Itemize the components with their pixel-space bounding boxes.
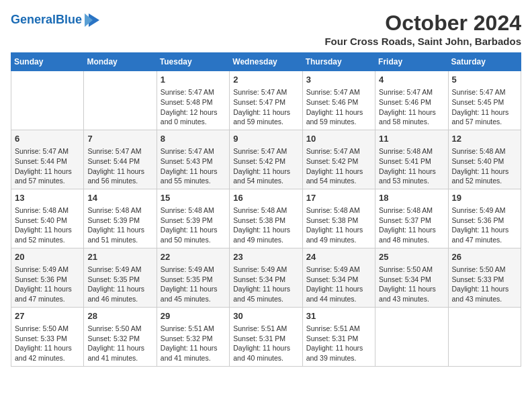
calendar-cell: 17Sunrise: 5:48 AMSunset: 5:38 PMDayligh… [302, 189, 375, 248]
calendar-cell: 9Sunrise: 5:47 AMSunset: 5:42 PMDaylight… [230, 130, 302, 189]
day-number: 6 [15, 133, 80, 145]
day-number: 1 [161, 74, 226, 86]
cell-content: Sunrise: 5:51 AMSunset: 5:31 PMDaylight:… [233, 324, 298, 363]
day-header-sunday: Sunday [11, 53, 84, 71]
day-number: 30 [233, 310, 298, 322]
cell-content: Sunrise: 5:48 AMSunset: 5:38 PMDaylight:… [306, 205, 371, 245]
cell-content: Sunrise: 5:51 AMSunset: 5:32 PMDaylight:… [161, 324, 226, 363]
calendar-week-row: 1Sunrise: 5:47 AMSunset: 5:48 PMDaylight… [11, 71, 521, 130]
calendar-cell: 26Sunrise: 5:50 AMSunset: 5:33 PMDayligh… [448, 248, 521, 307]
day-header-tuesday: Tuesday [157, 53, 229, 71]
cell-content: Sunrise: 5:48 AMSunset: 5:41 PMDaylight:… [379, 146, 444, 186]
logo: GeneralBlue [11, 11, 102, 30]
day-number: 28 [87, 310, 152, 322]
day-number: 3 [306, 74, 371, 86]
cell-content: Sunrise: 5:48 AMSunset: 5:39 PMDaylight:… [161, 205, 226, 245]
calendar-cell: 14Sunrise: 5:48 AMSunset: 5:39 PMDayligh… [84, 189, 157, 248]
logo-text: GeneralBlue [11, 13, 82, 27]
calendar-week-row: 13Sunrise: 5:48 AMSunset: 5:40 PMDayligh… [11, 189, 521, 248]
calendar-cell: 15Sunrise: 5:48 AMSunset: 5:39 PMDayligh… [157, 189, 229, 248]
calendar-table: SundayMondayTuesdayWednesdayThursdayFrid… [11, 52, 521, 367]
calendar-cell: 5Sunrise: 5:47 AMSunset: 5:45 PMDaylight… [448, 71, 521, 130]
calendar-week-row: 27Sunrise: 5:50 AMSunset: 5:33 PMDayligh… [11, 307, 521, 366]
calendar-cell: 3Sunrise: 5:47 AMSunset: 5:46 PMDaylight… [302, 71, 375, 130]
day-number: 11 [379, 133, 444, 145]
day-number: 23 [233, 251, 298, 263]
cell-content: Sunrise: 5:47 AMSunset: 5:46 PMDaylight:… [306, 87, 371, 127]
day-header-thursday: Thursday [302, 53, 375, 71]
calendar-cell: 12Sunrise: 5:48 AMSunset: 5:40 PMDayligh… [448, 130, 521, 189]
calendar-cell: 1Sunrise: 5:47 AMSunset: 5:48 PMDaylight… [157, 71, 229, 130]
day-number: 20 [15, 251, 80, 263]
day-number: 12 [452, 133, 517, 145]
cell-content: Sunrise: 5:47 AMSunset: 5:42 PMDaylight:… [306, 146, 371, 186]
cell-content: Sunrise: 5:49 AMSunset: 5:35 PMDaylight:… [87, 265, 152, 304]
calendar-cell: 18Sunrise: 5:48 AMSunset: 5:37 PMDayligh… [375, 189, 448, 248]
calendar-cell: 4Sunrise: 5:47 AMSunset: 5:46 PMDaylight… [375, 71, 448, 130]
calendar-cell: 27Sunrise: 5:50 AMSunset: 5:33 PMDayligh… [11, 307, 84, 366]
cell-content: Sunrise: 5:47 AMSunset: 5:42 PMDaylight:… [233, 146, 298, 186]
day-number: 16 [233, 192, 298, 204]
cell-content: Sunrise: 5:47 AMSunset: 5:47 PMDaylight:… [233, 87, 298, 127]
day-number: 5 [452, 74, 517, 86]
month-title: October 2024 [324, 11, 521, 36]
cell-content: Sunrise: 5:47 AMSunset: 5:45 PMDaylight:… [452, 87, 517, 127]
calendar-cell: 23Sunrise: 5:49 AMSunset: 5:34 PMDayligh… [230, 248, 302, 307]
day-number: 9 [233, 133, 298, 145]
day-header-monday: Monday [84, 53, 157, 71]
day-number: 19 [452, 192, 517, 204]
day-number: 22 [161, 251, 226, 263]
cell-content: Sunrise: 5:49 AMSunset: 5:34 PMDaylight:… [306, 265, 371, 304]
calendar-cell: 25Sunrise: 5:50 AMSunset: 5:34 PMDayligh… [375, 248, 448, 307]
page-header: GeneralBlue October 2024 Four Cross Road… [11, 11, 521, 47]
cell-content: Sunrise: 5:49 AMSunset: 5:35 PMDaylight:… [161, 265, 226, 304]
day-header-saturday: Saturday [448, 53, 521, 71]
title-area: October 2024 Four Cross Roads, Saint Joh… [324, 11, 521, 47]
day-header-friday: Friday [375, 53, 448, 71]
cell-content: Sunrise: 5:50 AMSunset: 5:32 PMDaylight:… [87, 324, 152, 363]
cell-content: Sunrise: 5:50 AMSunset: 5:34 PMDaylight:… [379, 265, 444, 304]
calendar-cell: 8Sunrise: 5:47 AMSunset: 5:43 PMDaylight… [157, 130, 229, 189]
cell-content: Sunrise: 5:50 AMSunset: 5:33 PMDaylight:… [452, 265, 517, 304]
cell-content: Sunrise: 5:47 AMSunset: 5:44 PMDaylight:… [87, 146, 152, 186]
location-title: Four Cross Roads, Saint John, Barbados [324, 36, 521, 47]
logo-icon [83, 11, 102, 30]
calendar-cell: 6Sunrise: 5:47 AMSunset: 5:44 PMDaylight… [11, 130, 84, 189]
calendar-cell: 16Sunrise: 5:48 AMSunset: 5:38 PMDayligh… [230, 189, 302, 248]
day-number: 26 [452, 251, 517, 263]
calendar-cell [84, 71, 157, 130]
cell-content: Sunrise: 5:48 AMSunset: 5:40 PMDaylight:… [452, 146, 517, 186]
day-number: 29 [161, 310, 226, 322]
cell-content: Sunrise: 5:47 AMSunset: 5:48 PMDaylight:… [161, 87, 226, 127]
calendar-cell: 19Sunrise: 5:49 AMSunset: 5:36 PMDayligh… [448, 189, 521, 248]
day-number: 15 [161, 192, 226, 204]
cell-content: Sunrise: 5:47 AMSunset: 5:44 PMDaylight:… [15, 146, 80, 186]
cell-content: Sunrise: 5:51 AMSunset: 5:31 PMDaylight:… [306, 324, 371, 363]
cell-content: Sunrise: 5:50 AMSunset: 5:33 PMDaylight:… [15, 324, 80, 363]
cell-content: Sunrise: 5:47 AMSunset: 5:43 PMDaylight:… [161, 146, 226, 186]
day-number: 25 [379, 251, 444, 263]
calendar-cell [11, 71, 84, 130]
cell-content: Sunrise: 5:49 AMSunset: 5:36 PMDaylight:… [15, 265, 80, 304]
day-number: 24 [306, 251, 371, 263]
calendar-cell: 2Sunrise: 5:47 AMSunset: 5:47 PMDaylight… [230, 71, 302, 130]
calendar-cell: 28Sunrise: 5:50 AMSunset: 5:32 PMDayligh… [84, 307, 157, 366]
calendar-header-row: SundayMondayTuesdayWednesdayThursdayFrid… [11, 53, 521, 71]
day-number: 7 [87, 133, 152, 145]
cell-content: Sunrise: 5:47 AMSunset: 5:46 PMDaylight:… [379, 87, 444, 127]
calendar-cell: 13Sunrise: 5:48 AMSunset: 5:40 PMDayligh… [11, 189, 84, 248]
calendar-cell: 30Sunrise: 5:51 AMSunset: 5:31 PMDayligh… [230, 307, 302, 366]
day-number: 8 [161, 133, 226, 145]
calendar-cell: 20Sunrise: 5:49 AMSunset: 5:36 PMDayligh… [11, 248, 84, 307]
cell-content: Sunrise: 5:48 AMSunset: 5:38 PMDaylight:… [233, 205, 298, 245]
calendar-cell: 22Sunrise: 5:49 AMSunset: 5:35 PMDayligh… [157, 248, 229, 307]
calendar-cell [448, 307, 521, 366]
day-number: 18 [379, 192, 444, 204]
day-number: 21 [87, 251, 152, 263]
calendar-cell: 21Sunrise: 5:49 AMSunset: 5:35 PMDayligh… [84, 248, 157, 307]
calendar-cell: 24Sunrise: 5:49 AMSunset: 5:34 PMDayligh… [302, 248, 375, 307]
day-header-wednesday: Wednesday [230, 53, 302, 71]
calendar-cell: 10Sunrise: 5:47 AMSunset: 5:42 PMDayligh… [302, 130, 375, 189]
day-number: 27 [15, 310, 80, 322]
day-number: 2 [233, 74, 298, 86]
